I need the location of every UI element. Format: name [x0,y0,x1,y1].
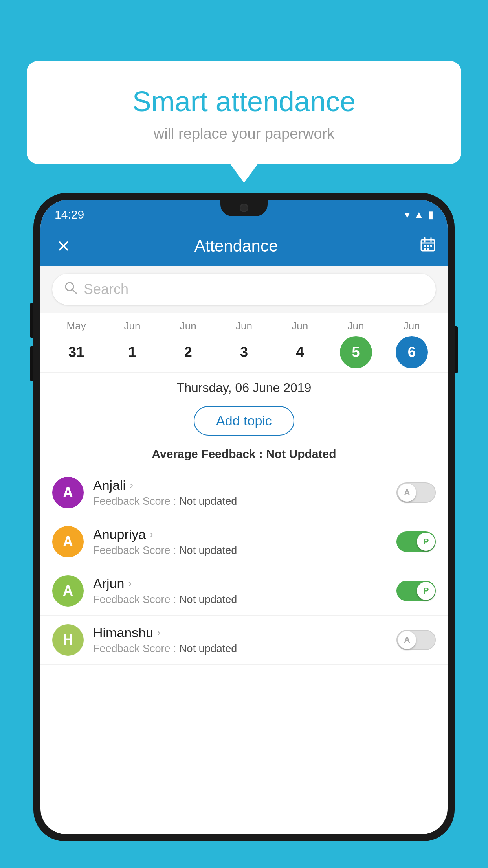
svg-line-10 [72,289,76,293]
app-header: ✕ Attendance [40,226,448,266]
search-icon [64,281,77,298]
phone-wrapper: 14:29 ▾ ▲ ▮ ✕ Attendance [33,193,455,868]
avatar: H [52,624,84,656]
student-info: Anjali ›Feedback Score : Not updated [93,478,396,508]
feedback-score: Feedback Score : Not updated [93,544,396,557]
date-circle[interactable]: 1 [116,336,148,368]
phone-outer: 14:29 ▾ ▲ ▮ ✕ Attendance [33,193,455,841]
chevron-right-icon: › [157,627,161,639]
month-label: Jun [236,320,252,332]
speech-title: Smart attendance [46,85,442,118]
month-label: Jun [180,320,196,332]
attendance-toggle-container[interactable]: A [396,482,436,503]
attendance-toggle[interactable]: P [396,531,436,552]
date-circle[interactable]: 2 [172,336,204,368]
battery-icon: ▮ [428,209,433,221]
add-topic-container: Add topic [40,400,448,443]
search-bar[interactable]: Search [52,274,436,305]
svg-rect-6 [430,245,432,247]
date-info: Thursday, 06 June 2019 [40,372,448,400]
toggle-knob: P [417,582,435,600]
student-info: Arjun ›Feedback Score : Not updated [93,576,396,606]
date-circle[interactable]: 4 [284,336,316,368]
calendar-col[interactable]: Jun3 [216,320,272,368]
student-name: Arjun › [93,576,396,591]
calendar-col[interactable]: Jun4 [272,320,328,368]
date-circle[interactable]: 6 [396,336,428,368]
attendance-toggle[interactable]: A [396,482,436,503]
signal-icon: ▲ [414,209,424,221]
avg-feedback: Average Feedback : Not Updated [40,443,448,468]
power-button [455,326,458,373]
toggle-knob: P [417,533,435,551]
student-item[interactable]: AAnjali ›Feedback Score : Not updatedA [40,468,448,517]
calendar-col[interactable]: Jun2 [160,320,216,368]
volume-down-button [30,346,33,381]
month-label: Jun [404,320,420,332]
status-icons: ▾ ▲ ▮ [405,209,433,221]
student-name: Himanshu › [93,625,396,640]
avatar: A [52,526,84,557]
page-title: Attendance [74,237,398,256]
wifi-icon: ▾ [405,209,410,221]
search-container: Search [40,266,448,313]
svg-rect-7 [424,248,426,250]
speech-bubble-container: Smart attendance will replace your paper… [27,61,461,164]
date-circle[interactable]: 5 [340,336,372,368]
month-label: Jun [348,320,364,332]
chevron-right-icon: › [130,479,133,491]
speech-subtitle: will replace your paperwork [46,125,442,142]
phone-notch [220,200,268,216]
camera-dot [240,204,248,212]
calendar-col[interactable]: Jun1 [104,320,160,368]
svg-rect-5 [427,245,429,247]
selected-date: Thursday, 06 June 2019 [52,381,436,395]
phone-screen: 14:29 ▾ ▲ ▮ ✕ Attendance [40,200,448,834]
month-label: Jun [124,320,140,332]
toggle-knob: A [398,484,416,502]
chevron-right-icon: › [150,528,153,541]
status-time: 14:29 [55,208,84,221]
avatar: A [52,575,84,607]
student-info: Himanshu ›Feedback Score : Not updated [93,625,396,655]
search-placeholder: Search [84,281,128,298]
student-item[interactable]: AArjun ›Feedback Score : Not updatedP [40,566,448,616]
calendar-row: May31Jun1Jun2Jun3Jun4Jun5Jun6 [40,313,448,372]
feedback-score: Feedback Score : Not updated [93,495,396,508]
date-circle[interactable]: 3 [228,336,260,368]
speech-bubble: Smart attendance will replace your paper… [27,61,461,164]
month-label: Jun [292,320,308,332]
attendance-toggle-container[interactable]: P [396,531,436,552]
chevron-right-icon: › [128,577,132,590]
svg-rect-8 [427,248,429,250]
feedback-score: Feedback Score : Not updated [93,643,396,655]
calendar-col[interactable]: May31 [48,320,104,368]
student-item[interactable]: HHimanshu ›Feedback Score : Not updatedA [40,616,448,665]
avg-feedback-label: Average Feedback : [152,447,266,460]
attendance-toggle-container[interactable]: P [396,581,436,601]
svg-rect-4 [424,245,426,247]
calendar-col[interactable]: Jun5 [328,320,383,368]
attendance-toggle-container[interactable]: A [396,630,436,650]
add-topic-button[interactable]: Add topic [194,406,294,436]
avatar: A [52,477,84,508]
feedback-score: Feedback Score : Not updated [93,594,396,606]
student-item[interactable]: AAnupriya ›Feedback Score : Not updatedP [40,517,448,566]
date-circle[interactable]: 31 [60,336,92,368]
month-label: May [67,320,86,332]
toggle-knob: A [398,631,416,649]
student-name: Anjali › [93,478,396,493]
student-list: AAnjali ›Feedback Score : Not updatedAAA… [40,468,448,665]
attendance-toggle[interactable]: A [396,630,436,650]
volume-up-button [30,303,33,338]
attendance-toggle[interactable]: P [396,581,436,601]
student-name: Anupriya › [93,527,396,542]
close-button[interactable]: ✕ [52,237,74,256]
student-info: Anupriya ›Feedback Score : Not updated [93,527,396,557]
calendar-icon[interactable] [420,237,436,256]
avg-feedback-value: Not Updated [266,447,336,460]
calendar-col[interactable]: Jun6 [384,320,440,368]
